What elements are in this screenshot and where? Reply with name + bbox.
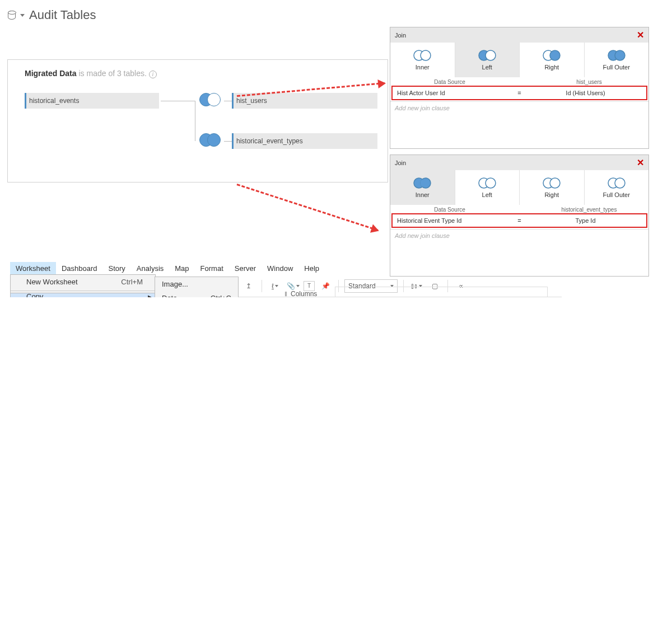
close-icon[interactable]: ✕	[637, 157, 644, 168]
join-config-popup-2: Join✕ Inner Left Right Full Outer Data S…	[390, 154, 649, 277]
join-clause-row[interactable]: Hist Actor User Id=Id (Hist Users)	[393, 87, 646, 99]
connector	[195, 101, 195, 141]
copy-submenu: Image... DataCtrl+C Crosstab	[155, 277, 239, 297]
menu-format[interactable]: Format	[195, 262, 229, 275]
svg-point-1	[421, 50, 431, 60]
columns-icon: ⦀	[284, 290, 287, 297]
join-type-inner[interactable]: Inner	[390, 43, 455, 77]
menu-map[interactable]: Map	[169, 262, 194, 275]
svg-point-7	[615, 50, 625, 60]
svg-point-13	[550, 178, 560, 188]
join-type-fullouter[interactable]: Full Outer	[585, 43, 649, 77]
table-historical-events[interactable]: historical_events	[25, 93, 159, 109]
svg-point-15	[615, 178, 625, 188]
menu-server[interactable]: Server	[229, 262, 262, 275]
join-icon-1[interactable]	[199, 93, 222, 106]
connector	[224, 101, 232, 101]
join-type-inner[interactable]: Inner	[390, 170, 455, 205]
add-join-clause[interactable]: Add new join clause	[390, 230, 648, 242]
join-type-right[interactable]: Right	[520, 170, 585, 205]
datasource-title: Audit Tables	[29, 8, 96, 22]
canvas-title: Migrated Data is made of 3 tables. i	[25, 69, 380, 78]
sort-desc-icon[interactable]: ↥	[241, 279, 256, 293]
svg-point-11	[486, 178, 496, 188]
close-icon[interactable]: ✕	[637, 30, 644, 40]
menu-new-worksheet[interactable]: New WorksheetCtrl+M	[11, 275, 155, 289]
menu-copy[interactable]: Copy▸	[11, 293, 155, 297]
join-type-right[interactable]: Right	[520, 43, 585, 77]
menu-worksheet[interactable]: Worksheet	[10, 262, 56, 275]
menu-window[interactable]: Window	[262, 262, 298, 275]
menu-dashboard[interactable]: Dashboard	[56, 262, 103, 275]
join-type-left[interactable]: Left	[455, 43, 520, 77]
join-icon-2[interactable]	[199, 133, 222, 147]
add-join-clause[interactable]: Add new join clause	[390, 102, 648, 114]
menubar: Worksheet Dashboard Story Analysis Map F…	[10, 262, 562, 275]
data-model-canvas: Migrated Data is made of 3 tables. i his…	[7, 59, 388, 182]
join-clause-row[interactable]: Historical Event Type Id=Type Id	[393, 214, 646, 227]
highlight-icon[interactable]: ℓ	[268, 279, 282, 293]
columns-shelf[interactable]: ⦀Columns	[284, 285, 552, 297]
database-icon	[8, 11, 16, 20]
svg-point-3	[486, 50, 496, 60]
join-config-popup-1: Join✕ Inner Left Right Full Outer Data S…	[390, 27, 649, 149]
join-type-left[interactable]: Left	[455, 170, 520, 205]
join-col-ds: Data Source	[390, 79, 509, 85]
connector	[224, 141, 232, 142]
menu-analysis[interactable]: Analysis	[131, 262, 169, 275]
submenu-data[interactable]: DataCtrl+C	[155, 291, 238, 297]
annotation-arrow	[237, 184, 379, 231]
table-historical-event-types[interactable]: historical_event_types	[232, 133, 377, 149]
connector	[161, 101, 195, 101]
worksheet-menu: New WorksheetCtrl+M Copy▸ Export▸ Clear▸…	[10, 274, 156, 297]
chevron-down-icon[interactable]	[20, 14, 25, 17]
info-icon[interactable]: i	[149, 71, 157, 78]
submenu-image[interactable]: Image...	[155, 277, 238, 291]
svg-point-5	[550, 50, 560, 60]
menu-help[interactable]: Help	[298, 262, 325, 275]
menu-story[interactable]: Story	[103, 262, 131, 275]
join-type-fullouter[interactable]: Full Outer	[585, 170, 649, 205]
join-col-ds: Data Source	[390, 207, 509, 213]
join-col-rt: historical_event_types	[530, 207, 648, 213]
join-label: Join	[395, 32, 406, 39]
join-col-rt: hist_users	[530, 79, 648, 85]
join-label: Join	[395, 160, 406, 166]
